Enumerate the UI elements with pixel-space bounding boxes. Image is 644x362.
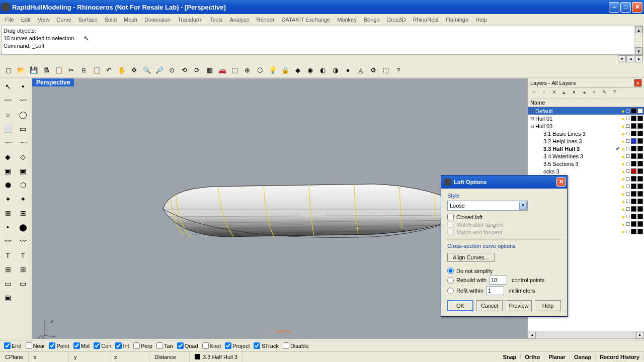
tool-btn-24[interactable]: T [1,248,15,262]
tool-btn-2[interactable]: 〰 [1,94,15,107]
align-curves-button[interactable]: Align Curves... [447,253,495,262]
ok-button[interactable]: OK [447,300,473,311]
osnap-knot[interactable]: Knot [202,342,221,349]
toolbar-btn-11[interactable]: 🔍 [141,64,152,76]
do-not-simplify-radio[interactable]: Do not simplify [447,267,561,274]
layer-row[interactable]: 3.2 HelpLines 3●☐ [528,137,644,145]
menu-view[interactable]: View [34,16,53,24]
osnap-cen[interactable]: Cen [94,342,111,349]
tool-btn-25[interactable]: T [16,248,30,262]
toolbar-btn-7[interactable]: 📋 [91,64,102,76]
toolbar-btn-24[interactable]: ◉ [304,64,316,76]
tool-btn-10[interactable]: ◆ [1,150,15,163]
layers-panel-close[interactable]: ✕ [634,79,641,86]
cancel-button[interactable]: Cancel [476,300,503,311]
menu-flamingo[interactable]: Flamingo [442,16,472,24]
toolbar-btn-20[interactable]: ⬡ [254,64,266,76]
nav-dropdown[interactable]: ▾ [618,55,626,62]
osnap-int[interactable]: Int [115,342,129,349]
tool-btn-14[interactable]: ⬢ [1,178,15,192]
menu-render[interactable]: Render [253,16,278,24]
layer-down-icon[interactable]: ▾ [570,89,578,97]
osnap-near[interactable]: Near [26,342,45,349]
layers-hscroll[interactable]: ◂▸ [528,331,644,339]
toolbar-btn-28[interactable]: ◬ [355,64,366,76]
layer-filter-icon[interactable]: ▿ [590,89,598,97]
dialog-titlebar[interactable]: Loft Options ✕ [441,175,567,189]
layer-row[interactable]: ⊞Default●☐ [528,107,644,115]
menu-rhinonest[interactable]: RhinoNest [409,16,442,24]
menu-solid[interactable]: Solid [101,16,120,24]
toolbar-btn-26[interactable]: ◑ [330,64,341,76]
menu-curve[interactable]: Curve [53,16,74,24]
layer-new-icon[interactable]: ▫ [530,89,538,97]
refit-value-input[interactable] [486,286,504,295]
toolbar-btn-19[interactable]: ⊕ [242,64,253,76]
tool-btn-26[interactable]: ⊞ [1,262,15,276]
menu-dimension[interactable]: Dimension [141,16,174,24]
tool-btn-7[interactable]: ▭ [16,122,30,135]
menu-datakit-exchange[interactable]: DATAKIT Exchange [278,16,334,24]
layer-row[interactable]: 3.4 Waterlines 3●☐ [528,152,644,160]
tool-btn-23[interactable]: 〰 [16,234,30,248]
toolbar-btn-17[interactable]: 🚗 [216,64,228,76]
tool-btn-20[interactable]: • [1,220,15,234]
toolbar-btn-21[interactable]: 💡 [267,64,278,76]
menu-file[interactable]: File [2,16,18,24]
tool-btn-28[interactable]: ▭ [1,277,15,290]
minimize-button[interactable]: − [609,2,619,13]
toolbar-btn-1[interactable]: 📂 [15,64,27,76]
rebuild-with-radio[interactable]: Rebuild with control points [447,276,561,285]
osnap-end[interactable]: End [4,342,22,349]
nav-prev[interactable]: ◂ [626,55,634,62]
layer-help-icon[interactable]: ? [610,89,618,97]
layer-row[interactable]: 3.1 Basic Lines 3●☐ [528,130,644,137]
tool-btn-5[interactable]: ◯ [16,108,30,121]
osnap-disable[interactable]: Disable [283,342,309,349]
osnap-quad[interactable]: Quad [177,342,198,349]
osnap-perp[interactable]: Perp [133,342,152,349]
toolbar-btn-5[interactable]: ✂ [65,64,77,76]
menu-tools[interactable]: Tools [206,16,226,24]
tool-btn-16[interactable]: ✦ [1,192,15,206]
tool-btn-4[interactable]: ○ [1,108,15,121]
status-layer[interactable]: 3.3 Half Hull 3 [190,351,243,362]
layer-row[interactable]: ocks 3●☐ [528,167,644,175]
menu-monkey[interactable]: Monkey [334,16,360,24]
command-history[interactable]: Drag objects: 10 curves added to selecti… [1,26,643,55]
status-toggle-snap[interactable]: Snap [499,354,521,360]
chevron-down-icon[interactable]: ▼ [519,202,527,210]
maximize-button[interactable]: □ [620,2,631,13]
toolbar-btn-6[interactable]: ⎘ [78,64,90,76]
layer-up-icon[interactable]: ▴ [560,89,568,97]
status-cplane[interactable]: CPlane [0,351,29,362]
toolbar-btn-23[interactable]: ◆ [292,64,303,76]
tool-btn-6[interactable]: ⬜ [1,122,15,135]
layer-delete-icon[interactable]: ✕ [550,89,558,97]
toolbar-btn-9[interactable]: ✋ [116,64,127,76]
menu-edit[interactable]: Edit [18,16,34,24]
rebuild-value-input[interactable] [489,276,507,285]
tool-btn-22[interactable]: 〰 [1,234,15,248]
tool-btn-13[interactable]: ▣ [16,164,30,177]
tool-btn-11[interactable]: ◇ [16,150,30,163]
layers-column-header[interactable]: Name [528,99,644,107]
layer-row[interactable]: ⊞Hull 01●☐ [528,115,644,122]
menu-help[interactable]: Help [472,16,491,24]
toolbar-btn-29[interactable]: ⚙ [367,64,379,76]
refit-within-radio[interactable]: Refit within millimeters [447,286,561,295]
tool-btn-12[interactable]: ▣ [1,164,15,177]
closed-loft-checkbox[interactable]: Closed loft [447,214,561,220]
osnap-strack[interactable]: STrack [254,342,278,349]
status-toggle-osnap[interactable]: Osnap [570,354,596,360]
preview-button[interactable]: Preview [506,300,532,311]
toolbar-btn-10[interactable]: ✥ [128,64,140,76]
toolbar-btn-22[interactable]: 🔒 [279,64,291,76]
tool-btn-1[interactable]: • [16,79,30,93]
tool-btn-19[interactable]: ⊞ [16,206,30,220]
tool-btn-8[interactable]: 〰 [1,136,15,149]
toolbar-btn-3[interactable]: 🖶 [40,64,52,76]
dialog-close-button[interactable]: ✕ [556,177,566,187]
toolbar-btn-12[interactable]: 🔎 [153,64,165,76]
layer-row[interactable]: 3.3 Half Hull 3✔●☐ [528,145,644,152]
